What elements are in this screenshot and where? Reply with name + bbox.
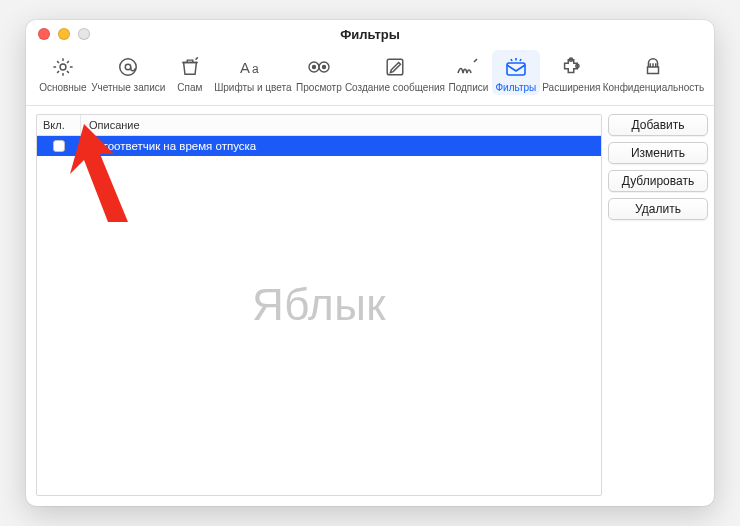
bin-icon (177, 54, 203, 80)
envelope-sparkle-icon (503, 54, 529, 80)
tab-rules[interactable]: Фильтры (492, 50, 540, 95)
at-icon (115, 54, 141, 80)
svg-point-7 (312, 66, 315, 69)
gear-icon (50, 54, 76, 80)
eyes-icon (306, 54, 332, 80)
table-row[interactable]: Автоответчик на время отпуска (37, 136, 601, 156)
svg-point-1 (120, 59, 137, 76)
tab-sigs[interactable]: Подписи (445, 50, 492, 95)
rule-enabled-checkbox[interactable] (53, 140, 65, 152)
tab-ext[interactable]: Расширения (540, 50, 603, 95)
tab-general[interactable]: Основные (36, 50, 90, 95)
aa-icon: Aa (240, 54, 266, 80)
watermark-text: Яблык (252, 280, 386, 330)
minimize-icon[interactable] (58, 28, 70, 40)
rules-list-header: Вкл. Описание (37, 115, 601, 136)
close-icon[interactable] (38, 28, 50, 40)
duplicate-button[interactable]: Дублировать (608, 170, 708, 192)
content-area: Вкл. Описание Автоответчик на время отпу… (26, 106, 714, 506)
hand-icon (640, 54, 666, 80)
tab-label: Создание сообщения (345, 82, 445, 93)
svg-rect-10 (507, 63, 525, 75)
preferences-window: Фильтры ОсновныеУчетные записиСпамAaШриф… (26, 20, 714, 506)
puzzle-icon (558, 54, 584, 80)
signature-icon (455, 54, 481, 80)
preferences-toolbar: ОсновныеУчетные записиСпамAaШрифты и цве… (26, 48, 714, 106)
add-button[interactable]: Добавить (608, 114, 708, 136)
delete-button[interactable]: Удалить (608, 198, 708, 220)
compose-icon (382, 54, 408, 80)
rule-enabled-cell (37, 140, 81, 152)
svg-text:A: A (240, 60, 250, 76)
svg-text:a: a (252, 62, 259, 76)
tab-label: Конфиденциальность (603, 82, 704, 93)
tab-privacy[interactable]: Конфиденциальность (603, 50, 704, 95)
window-controls (38, 28, 90, 40)
column-enabled[interactable]: Вкл. (37, 115, 81, 135)
column-description[interactable]: Описание (81, 115, 601, 135)
rule-action-buttons: Добавить Изменить Дублировать Удалить (608, 114, 708, 496)
tab-label: Шрифты и цвета (214, 82, 291, 93)
tab-label: Фильтры (495, 82, 536, 93)
tab-label: Просмотр (296, 82, 342, 93)
rules-list[interactable]: Вкл. Описание Автоответчик на время отпу… (36, 114, 602, 496)
tab-accounts[interactable]: Учетные записи (90, 50, 167, 95)
svg-point-0 (60, 64, 66, 70)
tab-junk[interactable]: Спам (167, 50, 213, 95)
tab-label: Учетные записи (91, 82, 165, 93)
titlebar: Фильтры (26, 20, 714, 48)
tab-fonts[interactable]: AaШрифты и цвета (213, 50, 293, 95)
tab-viewing[interactable]: Просмотр (293, 50, 345, 95)
tab-label: Подписи (448, 82, 488, 93)
svg-point-8 (322, 66, 325, 69)
tab-label: Расширения (542, 82, 600, 93)
tab-label: Основные (39, 82, 86, 93)
tab-compose[interactable]: Создание сообщения (345, 50, 445, 95)
rule-description: Автоответчик на время отпуска (81, 140, 601, 152)
svg-point-2 (126, 64, 132, 70)
zoom-icon[interactable] (78, 28, 90, 40)
window-title: Фильтры (340, 27, 400, 42)
tab-label: Спам (177, 82, 202, 93)
edit-button[interactable]: Изменить (608, 142, 708, 164)
rules-rows: Автоответчик на время отпуска (37, 136, 601, 156)
